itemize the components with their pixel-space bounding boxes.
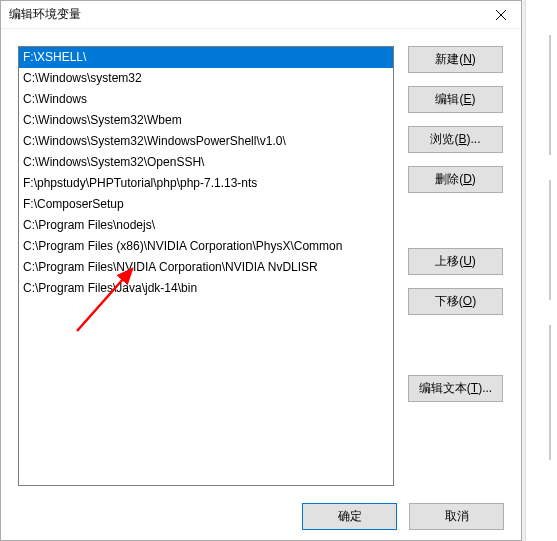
close-button[interactable] bbox=[481, 1, 521, 29]
edit-env-var-dialog: 编辑环境变量 F:\XSHELL\C:\Windows\system32C:\W… bbox=[0, 0, 522, 541]
list-item[interactable]: C:\Windows\System32\OpenSSH\ bbox=[19, 152, 393, 173]
list-item[interactable]: C:\Windows\system32 bbox=[19, 68, 393, 89]
path-listbox[interactable]: F:\XSHELL\C:\Windows\system32C:\WindowsC… bbox=[18, 46, 394, 486]
list-item[interactable]: F:\ComposerSetup bbox=[19, 194, 393, 215]
cancel-button[interactable]: 取消 bbox=[409, 503, 504, 530]
delete-button[interactable]: 删除(D) bbox=[408, 166, 503, 193]
parent-window-edge bbox=[525, 0, 557, 541]
side-button-panel: 新建(N) 编辑(E) 浏览(B)... 删除(D) 上移(U) 下移(O) bbox=[408, 46, 503, 492]
list-item[interactable]: F:\phpstudy\PHPTutorial\php\php-7.1.13-n… bbox=[19, 173, 393, 194]
list-item[interactable]: C:\Program Files\nodejs\ bbox=[19, 215, 393, 236]
list-item[interactable]: C:\Program Files\NVIDIA Corporation\NVID… bbox=[19, 257, 393, 278]
list-item[interactable]: C:\Windows bbox=[19, 89, 393, 110]
list-item[interactable]: C:\Windows\System32\Wbem bbox=[19, 110, 393, 131]
list-item[interactable]: C:\Windows\System32\WindowsPowerShell\v1… bbox=[19, 131, 393, 152]
ok-button[interactable]: 确定 bbox=[302, 503, 397, 530]
bottom-button-bar: 确定 取消 bbox=[1, 492, 521, 540]
edittext-button[interactable]: 编辑文本(T)... bbox=[408, 375, 503, 402]
close-icon bbox=[496, 10, 506, 20]
list-item[interactable]: F:\XSHELL\ bbox=[19, 47, 393, 68]
new-button[interactable]: 新建(N) bbox=[408, 46, 503, 73]
dialog-title: 编辑环境变量 bbox=[9, 6, 81, 23]
edit-button[interactable]: 编辑(E) bbox=[408, 86, 503, 113]
list-item[interactable]: C:\Program Files (x86)\NVIDIA Corporatio… bbox=[19, 236, 393, 257]
titlebar: 编辑环境变量 bbox=[1, 1, 521, 29]
browse-button[interactable]: 浏览(B)... bbox=[408, 126, 503, 153]
moveup-button[interactable]: 上移(U) bbox=[408, 248, 503, 275]
movedown-button[interactable]: 下移(O) bbox=[408, 288, 503, 315]
list-item[interactable]: C:\Program Files\Java\jdk-14\bin bbox=[19, 278, 393, 299]
